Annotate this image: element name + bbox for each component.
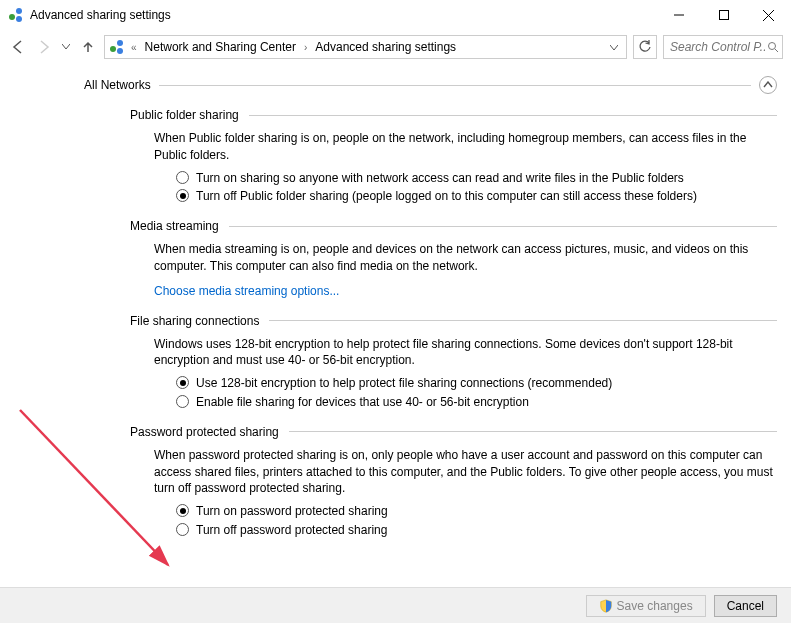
group-title-label: File sharing connections xyxy=(130,314,259,328)
navigation-bar: « Network and Sharing Center › Advanced … xyxy=(0,30,791,64)
radio-icon xyxy=(176,189,189,202)
password-sharing-description: When password protected sharing is on, o… xyxy=(154,447,777,497)
file-sharing-description: Windows uses 128-bit encryption to help … xyxy=(154,336,777,370)
radio-encryption-40-56[interactable]: Enable file sharing for devices that use… xyxy=(176,394,777,411)
shield-icon xyxy=(599,599,613,613)
radio-label: Turn off password protected sharing xyxy=(196,522,387,539)
radio-label: Turn on password protected sharing xyxy=(196,503,388,520)
group-file-sharing-connections: File sharing connections xyxy=(130,314,791,328)
group-password-protected-sharing: Password protected sharing xyxy=(130,425,791,439)
collapse-toggle[interactable] xyxy=(759,76,777,94)
radio-public-folder-off[interactable]: Turn off Public folder sharing (people l… xyxy=(176,188,777,205)
chevron-right-icon: › xyxy=(302,42,309,53)
breadcrumb-current[interactable]: Advanced sharing settings xyxy=(313,40,458,54)
cancel-button[interactable]: Cancel xyxy=(714,595,777,617)
title-bar: Advanced sharing settings xyxy=(0,0,791,30)
radio-encryption-128[interactable]: Use 128-bit encryption to help protect f… xyxy=(176,375,777,392)
network-app-icon xyxy=(8,7,24,23)
radio-password-on[interactable]: Turn on password protected sharing xyxy=(176,503,777,520)
back-button[interactable] xyxy=(8,37,28,57)
up-button[interactable] xyxy=(78,37,98,57)
radio-icon xyxy=(176,376,189,389)
radio-label: Turn off Public folder sharing (people l… xyxy=(196,188,697,205)
public-folder-description: When Public folder sharing is on, people… xyxy=(154,130,777,164)
section-all-networks[interactable]: All Networks xyxy=(84,76,791,94)
footer-bar: Save changes Cancel xyxy=(0,587,791,623)
search-icon xyxy=(767,41,778,53)
breadcrumb-overflow-icon[interactable]: « xyxy=(129,42,139,53)
window-title: Advanced sharing settings xyxy=(30,8,656,22)
group-title-label: Public folder sharing xyxy=(130,108,239,122)
radio-password-off[interactable]: Turn off password protected sharing xyxy=(176,522,777,539)
radio-label: Enable file sharing for devices that use… xyxy=(196,394,529,411)
group-title-label: Password protected sharing xyxy=(130,425,279,439)
recent-locations-button[interactable] xyxy=(60,37,72,57)
address-dropdown-icon[interactable] xyxy=(606,40,622,54)
network-app-icon xyxy=(109,39,125,55)
search-input[interactable] xyxy=(668,39,767,55)
close-button[interactable] xyxy=(746,0,791,30)
save-changes-button[interactable]: Save changes xyxy=(586,595,706,617)
forward-button[interactable] xyxy=(34,37,54,57)
radio-icon xyxy=(176,171,189,184)
media-streaming-options-link[interactable]: Choose media streaming options... xyxy=(154,284,339,298)
maximize-button[interactable] xyxy=(701,0,746,30)
section-title: All Networks xyxy=(84,78,151,92)
button-label: Cancel xyxy=(727,599,764,613)
group-public-folder-sharing: Public folder sharing xyxy=(130,108,791,122)
refresh-button[interactable] xyxy=(633,35,657,59)
radio-label: Turn on sharing so anyone with network a… xyxy=(196,170,684,187)
address-bar[interactable]: « Network and Sharing Center › Advanced … xyxy=(104,35,627,59)
chevron-up-icon xyxy=(763,81,773,89)
radio-label: Use 128-bit encryption to help protect f… xyxy=(196,375,612,392)
radio-icon xyxy=(176,504,189,517)
button-label: Save changes xyxy=(617,599,693,613)
search-box[interactable] xyxy=(663,35,783,59)
minimize-button[interactable] xyxy=(656,0,701,30)
content-area: All Networks Public folder sharing When … xyxy=(0,64,791,589)
svg-line-5 xyxy=(775,49,778,52)
svg-point-4 xyxy=(769,43,776,50)
radio-icon xyxy=(176,523,189,536)
svg-rect-1 xyxy=(719,11,728,20)
breadcrumb-parent[interactable]: Network and Sharing Center xyxy=(143,40,298,54)
radio-icon xyxy=(176,395,189,408)
group-media-streaming: Media streaming xyxy=(130,219,791,233)
radio-public-folder-on[interactable]: Turn on sharing so anyone with network a… xyxy=(176,170,777,187)
media-streaming-description: When media streaming is on, people and d… xyxy=(154,241,777,275)
group-title-label: Media streaming xyxy=(130,219,219,233)
